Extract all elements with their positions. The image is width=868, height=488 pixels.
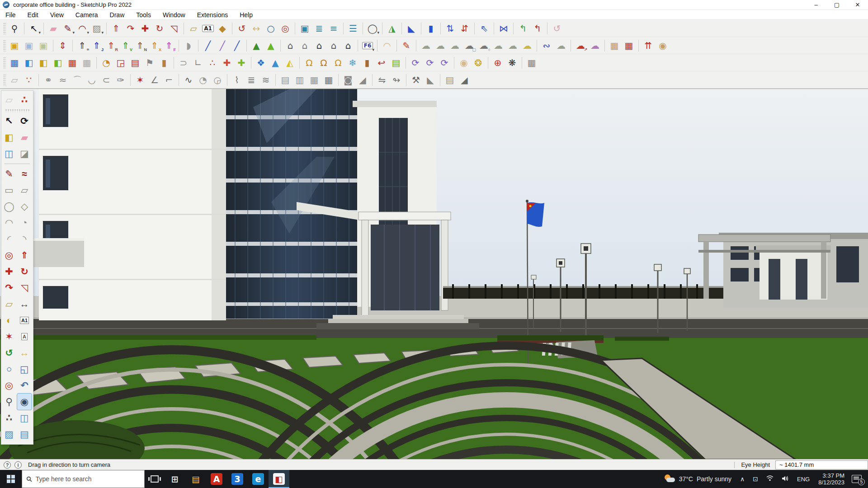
- menu-item-help[interactable]: Help: [240, 11, 253, 19]
- stripes-red-icon[interactable]: ▤: [128, 56, 142, 70]
- make-component-icon[interactable]: ◫: [2, 145, 16, 162]
- taskbar-search[interactable]: ⚲ Type here to search: [22, 470, 145, 488]
- terrain-erode-icon[interactable]: ▲: [249, 38, 264, 53]
- zoom-window-icon[interactable]: ◱: [17, 361, 32, 377]
- protractor-icon[interactable]: ◐: [2, 312, 16, 328]
- jpp-equal-icon[interactable]: ⇑=: [75, 38, 90, 53]
- hook-red-icon[interactable]: ↰: [530, 21, 545, 36]
- panel-tool-icon[interactable]: ▤: [443, 73, 457, 87]
- follow-me-icon[interactable]: ↷: [2, 280, 16, 296]
- plus-grid-red-icon[interactable]: ✚: [220, 56, 234, 70]
- circle-icon[interactable]: ◯: [2, 198, 16, 215]
- fredo-cloud-3-icon[interactable]: ☁: [520, 38, 534, 53]
- sign-in-icon[interactable]: ◯▾: [365, 21, 380, 36]
- blocks-green-icon[interactable]: ▤: [389, 56, 403, 70]
- edge-tool-2-icon[interactable]: ╱: [215, 38, 230, 53]
- tile-green-icon[interactable]: ◧: [51, 56, 65, 70]
- section-display-icon[interactable]: ▤: [17, 426, 32, 442]
- rotate-box-1-icon[interactable]: ⟳: [408, 56, 423, 70]
- house-1-icon[interactable]: ⌂: [283, 38, 297, 53]
- curviloft-knot-icon[interactable]: ∾: [539, 38, 554, 53]
- slice-tool-icon[interactable]: ◶: [210, 73, 225, 87]
- text-icon[interactable]: A1: [17, 312, 32, 328]
- offset-icon[interactable]: ◎: [2, 247, 16, 263]
- palette-drag-handle[interactable]: [5, 109, 29, 112]
- mesh-tan-icon[interactable]: ▦: [607, 38, 622, 53]
- paint-bucket-icon[interactable]: ◆: [215, 21, 230, 36]
- paper-note-icon[interactable]: ▱: [2, 92, 16, 108]
- house-3-icon[interactable]: ⌂: [312, 38, 326, 53]
- flag-white-icon[interactable]: ⚑: [142, 56, 157, 70]
- tile-white-grid-icon[interactable]: ▦: [80, 56, 94, 70]
- rotate-box-2-icon[interactable]: ⟳: [423, 56, 437, 70]
- angle-rod-icon[interactable]: ∠: [147, 73, 162, 87]
- loop-pink-icon[interactable]: ↺: [550, 21, 564, 36]
- file-explorer-icon[interactable]: ▤: [185, 470, 206, 488]
- flip-gray-icon[interactable]: ⇋: [375, 73, 389, 87]
- app-3ds-icon[interactable]: 3: [227, 470, 248, 488]
- menu-item-view[interactable]: View: [50, 11, 64, 19]
- round-sharp-icon[interactable]: ☁: [433, 38, 448, 53]
- horseshoe-dash-icon[interactable]: Ω: [331, 56, 345, 70]
- viewport-3d[interactable]: [0, 89, 868, 459]
- snowflake-move-icon[interactable]: ❄: [345, 56, 360, 70]
- curve-wave-icon[interactable]: ≈: [56, 73, 70, 87]
- plus-grid-green-icon[interactable]: ✚: [234, 56, 249, 70]
- push-pull-icon[interactable]: ⇑: [17, 247, 32, 263]
- jpp-joint-icon[interactable]: ⇑J: [90, 38, 104, 53]
- select-icon[interactable]: ↖▾: [27, 21, 41, 36]
- line-dot-icon[interactable]: ⌐: [162, 73, 176, 87]
- edge-icon[interactable]: e: [248, 470, 269, 488]
- rail-tool-icon[interactable]: ≣: [244, 73, 259, 87]
- meet-now-icon[interactable]: ⊡: [749, 475, 762, 483]
- rotate-box-3-icon[interactable]: ⟳: [437, 56, 452, 70]
- select-icon[interactable]: ↖: [2, 113, 16, 129]
- dimension-icon[interactable]: ↔: [17, 296, 32, 312]
- horseshoe-icon[interactable]: Ω: [302, 56, 316, 70]
- note-page-icon[interactable]: ▱: [7, 73, 22, 87]
- rotate-icon[interactable]: ↻: [152, 21, 167, 36]
- position-camera-icon[interactable]: ⚲: [2, 394, 16, 410]
- wave-tool-icon[interactable]: ∿: [181, 73, 196, 87]
- round-box-green-icon[interactable]: ▣: [36, 38, 51, 53]
- menu-item-camera[interactable]: Camera: [75, 11, 98, 19]
- menu-item-file[interactable]: File: [5, 11, 16, 19]
- menu-item-extensions[interactable]: Extensions: [197, 11, 228, 19]
- pull-corner-icon[interactable]: ⇖: [477, 21, 491, 36]
- pan-icon[interactable]: ↔: [249, 21, 264, 36]
- curve-c-icon[interactable]: ⊂: [99, 73, 113, 87]
- jpp-vector-icon[interactable]: ⇑V: [118, 38, 133, 53]
- house-4-icon[interactable]: ⌂: [326, 38, 341, 53]
- rotate-icon[interactable]: ↻: [17, 263, 32, 280]
- notification-center-icon[interactable]: 5: [852, 475, 862, 483]
- mesh-grid-1-icon[interactable]: ▤: [278, 73, 292, 87]
- hook-green-icon[interactable]: ↰: [516, 21, 530, 36]
- crate-brown-icon[interactable]: ▮: [360, 56, 374, 70]
- pyramid-yellow-icon[interactable]: ◭: [283, 56, 297, 70]
- mesh-grid-4-icon[interactable]: ▦: [321, 73, 336, 87]
- jpp-extrude-icon[interactable]: ⇑X: [147, 38, 162, 53]
- line-icon[interactable]: ✎▾: [61, 21, 75, 36]
- comb-small-icon[interactable]: ⌇: [230, 73, 244, 87]
- tan-shape-icon[interactable]: ◠: [380, 38, 394, 53]
- toolbar-drag-handle[interactable]: [3, 40, 6, 52]
- text-icon[interactable]: A1: [201, 21, 215, 36]
- ramp-tool-icon[interactable]: ◢: [457, 73, 472, 87]
- loft-tool-icon[interactable]: ≋: [259, 73, 273, 87]
- bezier-dots-icon[interactable]: ∴: [17, 92, 32, 108]
- rotated-rectangle-icon[interactable]: ▱: [17, 182, 32, 198]
- cloud-purple-icon[interactable]: ☁: [588, 38, 602, 53]
- dot-pair-icon[interactable]: ⚭: [41, 73, 56, 87]
- wifi-icon[interactable]: [762, 475, 778, 483]
- toolbar-drag-handle[interactable]: [3, 23, 6, 34]
- zoom-extents-icon[interactable]: ◎: [278, 21, 292, 36]
- axes-icon[interactable]: ✶: [2, 328, 16, 345]
- follow-me-icon[interactable]: ↷: [123, 21, 138, 36]
- arc-2pt-icon[interactable]: ◠: [2, 215, 16, 231]
- menu-item-draw[interactable]: Draw: [110, 11, 125, 19]
- round-corner-icon[interactable]: ☁: [419, 38, 433, 53]
- draw-along-icon[interactable]: ✎: [399, 38, 414, 53]
- fredo6-menu-icon[interactable]: F6▾: [360, 38, 375, 53]
- wedge-tool-icon[interactable]: ◣: [423, 73, 438, 87]
- clock[interactable]: 3:37 PM 8/12/2023: [814, 472, 849, 486]
